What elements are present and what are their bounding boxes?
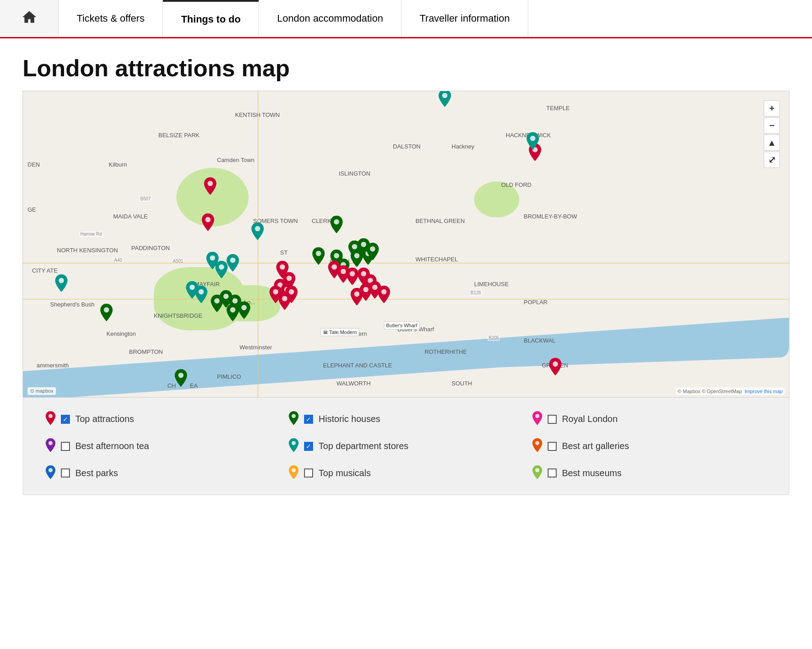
map-label: BROMLEY-BY-BOW xyxy=(524,213,577,220)
svg-point-2 xyxy=(255,226,260,232)
svg-point-45 xyxy=(48,414,52,418)
map-label: ST xyxy=(280,249,288,256)
map-label: OLD FORD xyxy=(501,181,531,188)
legend-pin-best-afternoon-tea xyxy=(46,438,55,454)
legend-checkbox-top-department-stores[interactable]: ✓ xyxy=(304,442,313,451)
north-button[interactable]: ▲ xyxy=(764,134,780,151)
nav-home[interactable] xyxy=(0,0,59,37)
map-label: B205 xyxy=(488,335,500,341)
legend-label-top-department-stores: Top department stores xyxy=(318,441,408,451)
map-label: ELEPHANT AND CASTLE xyxy=(323,362,392,369)
nav-traveller[interactable]: Traveller information xyxy=(401,0,528,37)
mapbox-logo: ⊙ mapbox xyxy=(28,387,56,395)
svg-point-8 xyxy=(59,278,64,283)
map-pin-top[interactable] xyxy=(346,268,359,285)
svg-point-28 xyxy=(273,289,278,295)
legend-label-top-musicals: Top musicals xyxy=(318,468,371,478)
butlers-wharf-label: Butler's Wharf xyxy=(384,321,420,329)
map-label: BLACKWAL xyxy=(524,337,555,344)
map-label: B126 xyxy=(470,290,482,296)
svg-point-53 xyxy=(535,468,539,472)
svg-point-18 xyxy=(104,307,109,313)
svg-point-49 xyxy=(292,441,296,445)
map-pin-top[interactable] xyxy=(378,286,390,303)
map-controls: + − ▲ ⤢ xyxy=(764,100,780,168)
fullscreen-button[interactable]: ⤢ xyxy=(764,152,780,168)
legend-checkbox-best-museums[interactable] xyxy=(548,468,557,477)
map-container[interactable]: KENTISH TOWNBELSIZE PARKCamden TownDALST… xyxy=(23,91,789,398)
map-pin-house[interactable] xyxy=(100,304,113,321)
map-label: B507 xyxy=(139,196,152,202)
svg-point-32 xyxy=(332,264,337,270)
svg-point-23 xyxy=(241,305,247,311)
map-label: Kensington xyxy=(106,330,136,337)
legend-checkbox-historic-houses[interactable]: ✓ xyxy=(304,415,313,424)
map-pin-dept[interactable] xyxy=(215,261,228,278)
legend-label-best-museums: Best museums xyxy=(562,468,622,478)
legend-item-top-department-stores: ✓Top department stores xyxy=(289,438,523,454)
legend-pin-historic-houses xyxy=(289,411,299,427)
map-pin-dept[interactable] xyxy=(251,223,264,240)
map-label: PIMLICO xyxy=(217,373,241,380)
zoom-out-button[interactable]: − xyxy=(764,117,780,134)
svg-point-21 xyxy=(232,298,238,304)
improve-map-link[interactable]: Improve this map xyxy=(745,389,783,394)
svg-point-40 xyxy=(381,289,387,295)
map-pin-top[interactable] xyxy=(351,288,363,306)
map-label: KNIGHTSBRIDGE xyxy=(154,312,203,319)
svg-point-12 xyxy=(352,244,357,250)
map-pin-top[interactable] xyxy=(278,292,291,310)
svg-point-26 xyxy=(286,276,292,281)
svg-point-6 xyxy=(189,285,195,290)
legend-checkbox-best-afternoon-tea[interactable] xyxy=(61,442,70,451)
svg-point-31 xyxy=(282,296,287,301)
map-pin-house[interactable] xyxy=(351,250,363,267)
map-pin-top[interactable] xyxy=(204,177,217,195)
nav-accommodation[interactable]: London accommodation xyxy=(259,0,401,37)
nav-things[interactable]: Things to do xyxy=(163,0,259,37)
svg-point-25 xyxy=(280,264,285,270)
legend-pin-best-parks xyxy=(46,465,55,482)
map-pin-top[interactable] xyxy=(202,213,214,231)
legend-checkbox-royal-london[interactable] xyxy=(548,415,557,424)
map-label: Hackney xyxy=(452,143,475,150)
svg-point-44 xyxy=(530,136,535,141)
svg-point-47 xyxy=(535,414,539,418)
map-pin-dept[interactable] xyxy=(438,91,451,107)
legend-checkbox-top-attractions[interactable]: ✓ xyxy=(61,415,70,424)
map-label: NORTH KENSINGTON xyxy=(57,247,118,254)
map-pin-dept[interactable] xyxy=(55,274,68,292)
legend-checkbox-top-musicals[interactable] xyxy=(304,468,313,477)
map-pin-dept[interactable] xyxy=(526,132,539,150)
map-pin-house[interactable] xyxy=(312,247,325,265)
map-label: ammersmith xyxy=(37,362,69,369)
map-pin-top[interactable] xyxy=(549,358,562,375)
map-pin-house[interactable] xyxy=(366,243,379,260)
legend-checkbox-best-art-galleries[interactable] xyxy=(548,442,557,451)
map-label: BETHNAL GREEN xyxy=(415,218,465,224)
legend-pin-top-musicals xyxy=(289,465,299,482)
legend-label-best-parks: Best parks xyxy=(75,468,118,478)
map-legend: ✓Top attractions ✓Historic houses Royal … xyxy=(23,398,789,495)
legend-item-best-afternoon-tea: Best afternoon tea xyxy=(46,438,280,454)
svg-point-20 xyxy=(223,294,229,299)
map-pin-dept[interactable] xyxy=(226,254,239,272)
map-pin-house[interactable] xyxy=(226,304,239,321)
svg-point-24 xyxy=(178,373,184,378)
map-label: Westminster xyxy=(240,344,272,351)
map-pin-dept[interactable] xyxy=(195,286,208,303)
legend-label-best-art-galleries: Best art galleries xyxy=(562,441,629,451)
svg-point-11 xyxy=(334,253,339,259)
legend-checkbox-best-parks[interactable] xyxy=(61,468,70,477)
map-pin-house[interactable] xyxy=(238,301,250,319)
zoom-in-button[interactable]: + xyxy=(764,100,780,116)
map-label: EA xyxy=(190,382,198,389)
legend-pin-top-department-stores xyxy=(289,438,299,454)
nav-tickets[interactable]: Tickets & offers xyxy=(59,0,163,37)
map-label: ROTHERHITHE xyxy=(424,348,467,355)
map-pin-house[interactable] xyxy=(175,369,187,387)
legend-item-best-parks: Best parks xyxy=(46,465,280,482)
map-pin-house[interactable] xyxy=(330,216,343,233)
legend-label-top-attractions: Top attractions xyxy=(75,414,134,424)
svg-point-46 xyxy=(292,414,296,418)
